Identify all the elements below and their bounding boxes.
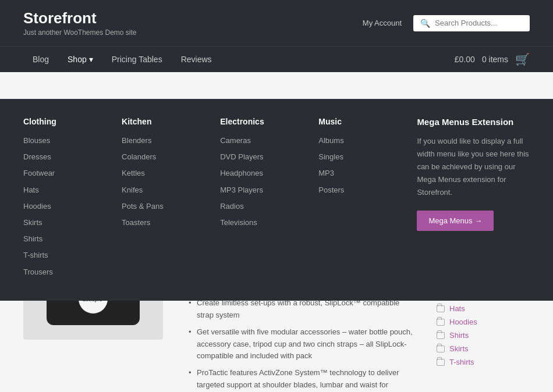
list-item: Hoodies xyxy=(437,315,530,329)
cart-total: £0.00 xyxy=(455,55,475,64)
clothing-hats-link[interactable]: Hats xyxy=(23,186,39,194)
mega-col-clothing-list: Blouses Dresses Footwear Hats Hoodies Sk… xyxy=(23,136,98,277)
site-header: Storefront Just another WooThemes Demo s… xyxy=(0,0,553,46)
kitchen-colanders-link[interactable]: Colanders xyxy=(122,152,156,161)
list-item: ProTactic features ActivZone System™ tec… xyxy=(186,365,413,392)
search-input[interactable] xyxy=(435,19,523,27)
list-item: Hoodies xyxy=(23,201,98,212)
nav-left: Blog Shop ▾ Pricing Tables Reviews xyxy=(23,47,221,72)
list-item: T-shirts xyxy=(23,250,98,261)
electronics-cameras-link[interactable]: Cameras xyxy=(220,136,251,145)
nav-right: £0.00 0 items 🛒 xyxy=(455,52,530,66)
list-item: Albums xyxy=(318,136,394,146)
mega-col-music-title: Music xyxy=(318,117,394,126)
search-box: 🔍 xyxy=(413,15,530,31)
sidebar-cat-hoodies[interactable]: Hoodies xyxy=(449,318,477,326)
list-item: Blenders xyxy=(122,136,197,146)
sidebar-cat-tshirts[interactable]: T-shirts xyxy=(449,358,474,366)
list-item: Singles xyxy=(318,152,394,162)
clothing-shirts-link[interactable]: Shirts xyxy=(23,234,42,243)
list-item: Shirts xyxy=(23,234,98,244)
list-item: Footwear xyxy=(23,168,98,179)
site-branding: Storefront Just another WooThemes Demo s… xyxy=(23,9,137,37)
cart-items: 0 items xyxy=(482,55,508,64)
list-item: Get versatile with five modular accessor… xyxy=(186,324,413,365)
list-item: MP3 Players xyxy=(220,185,295,195)
mega-menus-button[interactable]: Mega Menus → xyxy=(417,211,494,231)
list-item: Televisions xyxy=(220,218,295,228)
electronics-radios-link[interactable]: Radios xyxy=(220,202,243,211)
list-item: Pots & Pans xyxy=(122,201,197,212)
list-item: Posters xyxy=(318,185,394,195)
mega-col-clothing-title: Clothing xyxy=(23,117,98,126)
list-item: DVD Players xyxy=(220,152,295,162)
nav-item-shop-label: Shop xyxy=(68,55,87,64)
nav-item-reviews[interactable]: Reviews xyxy=(172,47,221,72)
mega-col-kitchen-list: Blenders Colanders Kettles Knifes Pots &… xyxy=(122,136,197,228)
kitchen-kettles-link[interactable]: Kettles xyxy=(122,169,145,177)
electronics-mp3players-link[interactable]: MP3 Players xyxy=(220,186,263,194)
clothing-dresses-link[interactable]: Dresses xyxy=(23,152,51,161)
nav-item-pricing-tables[interactable]: Pricing Tables xyxy=(102,47,172,72)
list-item: Shirts xyxy=(437,329,530,342)
sidebar-cat-skirts[interactable]: Skirts xyxy=(449,344,469,353)
folder-icon xyxy=(437,332,445,339)
list-item: Hats xyxy=(23,185,98,195)
music-posters-link[interactable]: Posters xyxy=(318,186,344,194)
electronics-dvd-link[interactable]: DVD Players xyxy=(220,152,263,161)
site-nav: Blog Shop ▾ Pricing Tables Reviews £0.00… xyxy=(0,46,553,72)
search-icon: 🔍 xyxy=(420,19,430,28)
folder-icon xyxy=(437,345,445,352)
sidebar-cat-shirts[interactable]: Shirts xyxy=(449,331,469,340)
clothing-tshirts-link[interactable]: T-shirts xyxy=(23,251,48,259)
list-item: Cameras xyxy=(220,136,295,146)
mega-col-music-list: Albums Singles MP3 Posters xyxy=(318,136,394,195)
list-item: Radios xyxy=(220,201,295,212)
clothing-blouses-link[interactable]: Blouses xyxy=(23,136,50,145)
list-item: Dresses xyxy=(23,152,98,162)
mega-col-clothing: Clothing Blouses Dresses Footwear Hats H… xyxy=(23,117,98,283)
mega-col-music: Music Albums Singles MP3 Posters xyxy=(318,117,394,283)
clothing-skirts-link[interactable]: Skirts xyxy=(23,218,42,227)
my-account-link[interactable]: My Account xyxy=(363,19,402,27)
list-item: Trousers xyxy=(23,267,98,277)
list-item: Hats xyxy=(437,302,530,315)
list-item: Knifes xyxy=(122,185,197,195)
list-item: Headphones xyxy=(220,168,295,179)
kitchen-toasters-link[interactable]: Toasters xyxy=(122,218,150,227)
mega-promo-title: Mega Menus Extension xyxy=(417,117,530,127)
clothing-footwear-link[interactable]: Footwear xyxy=(23,169,55,177)
kitchen-blenders-link[interactable]: Blenders xyxy=(122,136,151,145)
shop-dropdown-arrow: ▾ xyxy=(89,55,93,64)
list-item: Toasters xyxy=(122,218,197,228)
mega-menu: Clothing Blouses Dresses Footwear Hats H… xyxy=(0,99,553,301)
list-item: MP3 xyxy=(318,168,394,179)
list-item: Blouses xyxy=(23,136,98,146)
mega-promo-text: If you would like to display a full widt… xyxy=(417,135,530,199)
list-item: Kettles xyxy=(122,168,197,179)
site-title: Storefront xyxy=(23,9,137,27)
kitchen-knifes-link[interactable]: Knifes xyxy=(122,186,143,194)
mega-promo: Mega Menus Extension If you would like t… xyxy=(417,117,530,283)
music-albums-link[interactable]: Albums xyxy=(318,136,343,145)
kitchen-pots-link[interactable]: Pots & Pans xyxy=(122,202,164,211)
clothing-hoodies-link[interactable]: Hoodies xyxy=(23,202,51,211)
mega-col-electronics-list: Cameras DVD Players Headphones MP3 Playe… xyxy=(220,136,295,228)
clothing-trousers-link[interactable]: Trousers xyxy=(23,268,53,276)
mega-col-kitchen: Kitchen Blenders Colanders Kettles Knife… xyxy=(122,117,197,283)
nav-item-blog[interactable]: Blog xyxy=(23,47,58,72)
list-item: Skirts xyxy=(437,342,530,355)
list-item: T-shirts xyxy=(437,355,530,369)
folder-icon xyxy=(437,319,445,326)
music-mp3-link[interactable]: MP3 xyxy=(318,169,334,177)
cart-icon[interactable]: 🛒 xyxy=(515,52,530,66)
folder-icon xyxy=(437,359,445,366)
music-singles-link[interactable]: Singles xyxy=(318,152,343,161)
electronics-headphones-link[interactable]: Headphones xyxy=(220,169,263,177)
mega-col-electronics: Electronics Cameras DVD Players Headphon… xyxy=(220,117,295,283)
nav-item-shop[interactable]: Shop ▾ xyxy=(58,47,102,72)
list-item: Colanders xyxy=(122,152,197,162)
sidebar-cat-hats[interactable]: Hats xyxy=(449,304,465,313)
electronics-televisions-link[interactable]: Televisions xyxy=(220,218,257,227)
list-item: Skirts xyxy=(23,218,98,228)
